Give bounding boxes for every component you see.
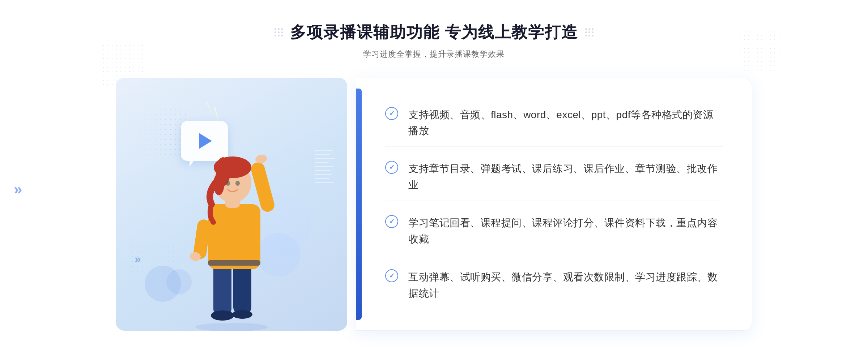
main-content: » — [116, 78, 752, 331]
check-mark-2: ✓ — [389, 164, 395, 171]
svg-point-0 — [195, 323, 268, 331]
feature-item-4: ✓ 互动弹幕、试听购买、微信分享、观看次数限制、学习进度跟踪、数据统计 — [385, 262, 723, 309]
svg-point-13 — [226, 181, 230, 186]
feature-text-4: 互动弹幕、试听购买、微信分享、观看次数限制、学习进度跟踪、数据统计 — [408, 269, 723, 302]
svg-point-4 — [232, 310, 252, 319]
page-container: 多项录播课辅助功能 专为线上教学打造 学习进度全掌握，提升录播课教学效果 » — [0, 0, 868, 352]
blue-accent-bar — [356, 89, 362, 320]
dot-grid-topright — [738, 29, 781, 72]
features-panel: ✓ 支持视频、音频、flash、word、excel、ppt、pdf等各种格式的… — [356, 78, 752, 331]
svg-point-3 — [211, 310, 234, 321]
feature-item-3: ✓ 学习笔记回看、课程提问、课程评论打分、课件资料下载，重点内容收藏 — [385, 208, 723, 255]
check-icon-1: ✓ — [385, 107, 398, 120]
stripe-decoration — [315, 150, 336, 222]
svg-rect-17 — [208, 260, 260, 266]
page-header: 多项录播课辅助功能 专为线上教学打造 学习进度全掌握，提升录播课教学效果 — [275, 22, 593, 60]
check-mark-1: ✓ — [389, 110, 395, 117]
feature-text-1: 支持视频、音频、flash、word、excel、ppt、pdf等各种格式的资源… — [408, 107, 723, 139]
illus-chevrons-icon: » — [135, 252, 141, 266]
illustration-background: » — [116, 78, 347, 331]
header-dots-right — [585, 28, 593, 37]
svg-point-14 — [235, 181, 240, 186]
light-beam-2 — [206, 102, 215, 119]
check-icon-4: ✓ — [385, 269, 398, 282]
page-subtitle: 学习进度全掌握，提升录播课教学效果 — [275, 49, 593, 60]
person-figure — [166, 121, 289, 331]
feature-item-2: ✓ 支持章节目录、弹题考试、课后练习、课后作业、章节测验、批改作业 — [385, 154, 723, 201]
page-title: 多项录播课辅助功能 专为线上教学打造 — [290, 22, 578, 43]
feature-text-3: 学习笔记回看、课程提问、课程评论打分、课件资料下载，重点内容收藏 — [408, 215, 723, 248]
header-dots-left — [275, 28, 283, 37]
check-mark-3: ✓ — [389, 218, 395, 225]
check-icon-2: ✓ — [385, 161, 398, 174]
feature-text-2: 支持章节目录、弹题考试、课后练习、课后作业、章节测验、批改作业 — [408, 161, 723, 193]
illustration-panel: » — [116, 78, 362, 331]
svg-rect-5 — [208, 204, 260, 269]
check-icon-3: ✓ — [385, 215, 398, 228]
check-mark-4: ✓ — [389, 272, 395, 279]
feature-item-1: ✓ 支持视频、音频、flash、word、excel、ppt、pdf等各种格式的… — [385, 100, 723, 147]
left-chevrons-icon: » — [14, 181, 22, 198]
